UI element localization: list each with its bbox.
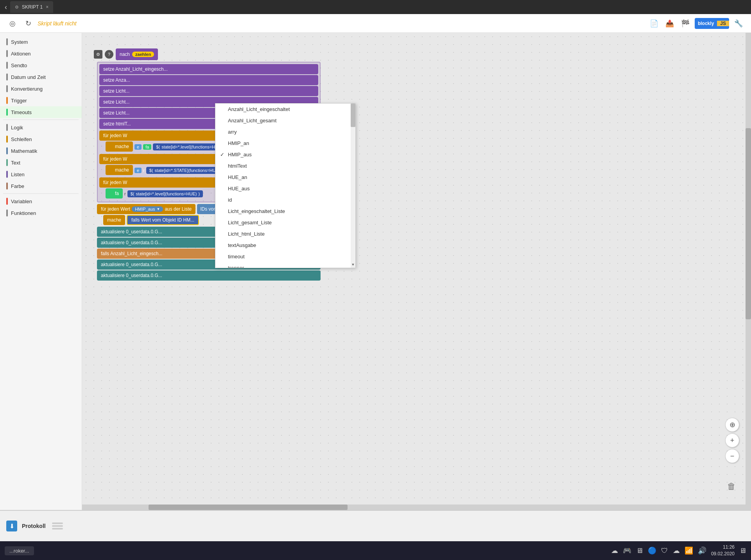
dropdown-item[interactable]: timeout (215, 251, 355, 262)
sidebar-item-mathematik[interactable]: Mathematik (0, 145, 82, 157)
target-button[interactable]: ◎ (6, 17, 19, 30)
dropdown-item[interactable]: id (215, 194, 355, 206)
sidebar-item-logik[interactable]: Logik (0, 122, 82, 133)
dropdown-item[interactable]: HUE_an (215, 172, 355, 183)
dropdown-scrollbar[interactable]: ▲ ▼ (351, 104, 355, 268)
fuer-wert-block[interactable]: für jeden Wert HMIP_aus ▼ aus der Liste (97, 204, 195, 214)
taskbar-weather-icon[interactable]: ☁ (673, 546, 680, 555)
tab-close-button[interactable]: × (46, 4, 48, 10)
settings-button[interactable]: 🔧 (732, 17, 745, 30)
setze-block-2[interactable]: setze Anza... (99, 75, 318, 85)
zoom-center-button[interactable]: ⊕ (725, 418, 739, 432)
dropdown-item[interactable]: Licht_html_Liste (215, 228, 355, 240)
taskbar-cloud-icon[interactable]: ☁ (611, 546, 618, 555)
taskbar-game-icon[interactable]: 🎮 (623, 546, 631, 555)
dropdown-item[interactable]: trenner (215, 262, 355, 268)
sidebar-item-trigger[interactable]: Trigger (0, 95, 82, 106)
sidebar-item-listen[interactable]: Listen (0, 168, 82, 180)
mache-label-row[interactable]: mache (103, 215, 125, 225)
dropdown-item[interactable]: Anzahl_Licht_gesamt (215, 115, 355, 126)
scroll-down-arrow[interactable]: ▼ (351, 261, 355, 268)
taskbar-wifi-icon[interactable]: 📶 (685, 546, 693, 555)
fuer-jeden-label-1: für jeden W (103, 133, 127, 138)
question-icon-block[interactable]: ? (105, 50, 113, 59)
zoom-in-button[interactable]: + (725, 433, 739, 447)
taskbar-screen-icon[interactable]: 🖥 (739, 547, 746, 555)
state-block-3[interactable]: $( state[id=*.level](functions=HUE) ) (127, 190, 203, 197)
blockly-js-toggle[interactable]: blockly JS (695, 18, 729, 29)
dropdown-item[interactable]: HUE_aus (215, 183, 355, 194)
sidebar-item-konvertierung[interactable]: Konvertierung (0, 83, 82, 95)
canvas-scrollbar[interactable] (746, 33, 751, 510)
fa-tag-1: fa (143, 144, 151, 150)
sidebar-item-aktionen[interactable]: Aktionen (0, 48, 82, 59)
setze-block-3[interactable]: setze Licht... (99, 86, 318, 96)
header-block[interactable]: ⚙ ? nach zaehlen (94, 48, 321, 60)
aktualisiere-block-4[interactable]: aktualisiere 0_userdata.0.G... (97, 270, 321, 281)
back-button[interactable]: ‹ (2, 3, 10, 11)
taskbar-shield-icon[interactable]: 🛡 (661, 547, 668, 555)
h-scrollbar[interactable] (82, 505, 746, 510)
sidebar-color-system (6, 38, 8, 45)
dropdown-menu[interactable]: Anzahl_Licht_eingeschaltetAnzahl_Licht_g… (215, 103, 356, 268)
taskbar-date: 09.02.2020 (711, 551, 735, 557)
tab-label: SKRIPT 1 (22, 4, 43, 10)
sidebar-item-farbe[interactable]: Farbe (0, 180, 82, 192)
dropdown-item[interactable]: Licht_eingeschaltet_Liste (215, 206, 355, 217)
setze-block-1[interactable]: setze Anzahl_Licht_eingesch... (99, 64, 318, 74)
r-tag-2: r (124, 191, 126, 196)
nach-block[interactable]: nach zaehlen (116, 48, 158, 60)
h-scrollbar-thumb[interactable] (149, 505, 348, 510)
sidebar-color-konvertierung (6, 85, 8, 92)
scrollbar-thumb[interactable] (746, 128, 751, 319)
taskbar-icons: ☁ 🎮 🖥 🔵 🛡 ☁ 📶 🔊 11:26 09.02.2020 🖥 (611, 544, 746, 557)
mache-block-3[interactable]: fa (106, 188, 123, 199)
protokoll-title: Protokoll (22, 523, 46, 529)
sidebar-item-datum[interactable]: Datum und Zeit (0, 71, 82, 83)
tab-skript1[interactable]: ⚙ SKRIPT 1 × (10, 1, 53, 13)
download-icon[interactable]: ⬇ (6, 521, 17, 531)
dropdown-item[interactable]: textAusgabe (215, 240, 355, 251)
falls-wert-label: falls Wert vom Objekt ID HM... (131, 217, 194, 223)
state-block-2[interactable]: $( state[id=*.STATE](functions=HUE) ) (146, 167, 226, 174)
dropdown-scroll[interactable]: Anzahl_Licht_eingeschaltetAnzahl_Licht_g… (215, 104, 355, 268)
dropdown-item[interactable]: htmlText (215, 160, 355, 172)
sidebar-color-datum (6, 73, 8, 81)
dropdown-item[interactable]: HMIP_an (215, 138, 355, 149)
sidebar-item-schleifen[interactable]: Schleifen (0, 133, 82, 145)
scroll-thumb[interactable] (351, 104, 355, 127)
sidebar-item-timeouts[interactable]: Timeouts (0, 106, 82, 118)
taskbar-app[interactable]: ...roker... (5, 546, 34, 555)
dropdown-item[interactable]: Licht_gesamt_Liste (215, 217, 355, 228)
mache-block-2[interactable]: mache (106, 165, 133, 175)
dollar-3: $( (131, 191, 134, 196)
zaehlen-tag[interactable]: zaehlen (132, 52, 154, 57)
sidebar-item-system[interactable]: System (0, 36, 82, 48)
save-file-button[interactable]: 📄 (648, 17, 660, 30)
dropdown-item[interactable]: HMIP_aus (215, 149, 355, 160)
sidebar-item-sendto[interactable]: Sendto (0, 59, 82, 71)
e-tag-1: e (134, 144, 142, 150)
hmip-aus-dropdown[interactable]: HMIP_aus ▼ (132, 206, 163, 212)
sidebar-item-text[interactable]: Text (0, 157, 82, 168)
sidebar-color-timeouts (6, 109, 8, 116)
export-button[interactable]: 📤 (663, 17, 676, 30)
canvas-area[interactable]: ⚙ ? nach zaehlen setze Anzahl_Licht_eing… (82, 33, 751, 510)
hmip-aus-label: HMIP_aus (135, 207, 155, 211)
sidebar-item-variablen[interactable]: Variablen (0, 195, 82, 207)
sidebar-item-funktionen[interactable]: Funktionen (0, 207, 82, 219)
trash-button[interactable]: 🗑 (724, 479, 739, 494)
dropdown-item[interactable]: arry (215, 126, 355, 138)
mache-block-1[interactable]: mache (106, 141, 133, 152)
taskbar-monitor-icon[interactable]: 🖥 (636, 547, 643, 555)
sidebar-color-text (6, 159, 8, 166)
taskbar-bluetooth-icon[interactable]: 🔵 (648, 546, 656, 555)
flag-button[interactable]: 🏁 (679, 17, 692, 30)
dropdown-item[interactable]: Anzahl_Licht_eingeschaltet (215, 104, 355, 115)
dollar-1: $( (156, 145, 160, 149)
refresh-button[interactable]: ↻ (22, 17, 34, 30)
falls-wert-inner[interactable]: falls Wert vom Objekt ID HM... (127, 215, 199, 225)
settings-icon-block[interactable]: ⚙ (94, 50, 102, 59)
taskbar-volume-icon[interactable]: 🔊 (698, 546, 706, 555)
zoom-out-button[interactable]: − (725, 449, 739, 463)
